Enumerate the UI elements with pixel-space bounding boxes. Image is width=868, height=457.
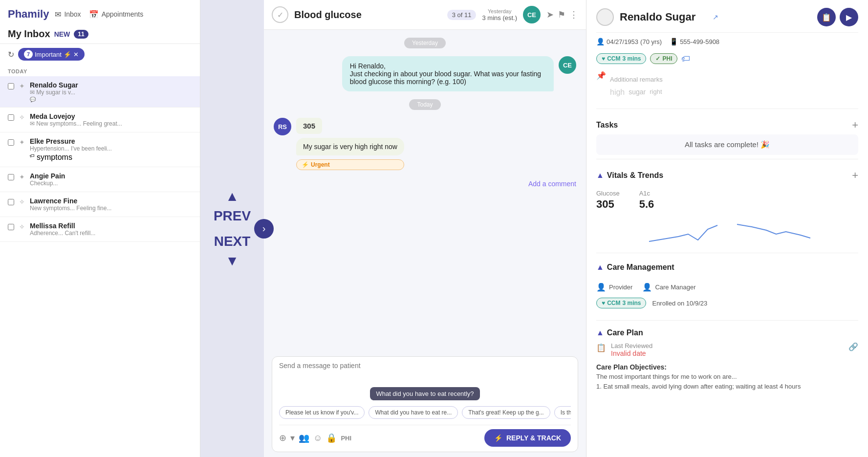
item-checkbox-angie[interactable] xyxy=(8,174,14,180)
next-nav[interactable]: NEXT ▼ xyxy=(214,234,251,269)
provider-item: 👤 Provider xyxy=(596,283,632,292)
care-plan-collapse[interactable]: ▲ Care Plan xyxy=(596,328,643,337)
care-plan-item: 📋 Last Reviewed Invalid date 🔗 xyxy=(596,339,858,360)
outgoing-msg-block: Hi Renaldo,Just checking in about your b… xyxy=(274,56,576,91)
new-badge: 11 xyxy=(74,30,88,39)
add-vital-button[interactable]: + xyxy=(852,169,858,182)
care-plan-title: Care Plan xyxy=(607,328,643,337)
date-badge-today: Today xyxy=(409,99,440,110)
symptoms-tag-elke: 🏷 xyxy=(30,153,35,162)
star-icon-meda[interactable]: ✧ xyxy=(19,113,25,121)
item-preview-angie: Checkup... xyxy=(30,180,192,187)
star-icon-lawrence[interactable]: ✧ xyxy=(19,198,25,206)
inbox-item-meda[interactable]: ✧ Meda Lovejoy ✉ New symptoms... Feeling… xyxy=(0,108,200,132)
reply-track-button[interactable]: ⚡ REPLY & TRACK xyxy=(484,429,571,447)
vitals-collapse[interactable]: ▲ Vitals & Trends xyxy=(596,171,663,180)
item-checkbox-renaldo[interactable] xyxy=(8,83,14,89)
item-name-mellissa: Mellissa Refill xyxy=(30,222,192,230)
more-menu-icon[interactable]: ⋮ xyxy=(569,9,578,20)
sidebar-header: Phamily ✉ Inbox 📅 Appointments xyxy=(0,0,200,24)
tags-icon[interactable]: 🏷 xyxy=(681,54,690,64)
notes-button[interactable]: 📋 xyxy=(817,8,836,26)
provider-label: Provider xyxy=(609,283,632,291)
item-icons-renaldo: 💬 xyxy=(30,97,192,102)
inbox-item-renaldo[interactable]: ✦ Renaldo Sugar ✉ My sugar is v... 💬 xyxy=(0,76,200,108)
item-checkbox-elke[interactable] xyxy=(8,139,14,146)
item-name-elke: Elke Pressure xyxy=(30,137,192,145)
flag-icon[interactable]: ⚑ xyxy=(558,9,565,20)
collapse-icon-plan: ▲ xyxy=(596,328,604,337)
collapse-icon-vitals: ▲ xyxy=(596,171,604,180)
care-mgmt-title: Care Management xyxy=(607,263,674,272)
enrollment-row: ♥ CCM 3 mins Enrolled on 10/9/23 xyxy=(596,295,858,311)
important-filter[interactable]: 7 Important ⚡ ✕ xyxy=(18,48,85,61)
expand-nav-button[interactable]: › xyxy=(254,219,274,239)
prev-label: PREV xyxy=(214,208,251,224)
compose-actions: ⊕ ▾ 👥 ☺ 🔒 PHI ⚡ REPLY & TRACK xyxy=(279,425,571,447)
chevron-down-icon: ▼ xyxy=(225,253,239,269)
care-mgmt-collapse[interactable]: ▲ Care Management xyxy=(596,263,674,272)
chat-body: Yesterday Hi Renaldo,Just checking in ab… xyxy=(264,30,586,351)
item-checkbox-mellissa[interactable] xyxy=(8,224,14,230)
quick-reply-3[interactable]: Is this whe... xyxy=(554,406,571,419)
filter-count: 7 xyxy=(24,50,33,59)
care-mgmt-section: 👤 Provider 👤 Care Manager ♥ CCM 3 mins E… xyxy=(596,275,858,316)
prev-nav[interactable]: ▲ PREV xyxy=(214,189,251,224)
chat-time-value: 3 mins (est.) xyxy=(482,14,517,22)
glucose-value: 305 xyxy=(596,198,620,211)
dropdown-icon[interactable]: ▾ xyxy=(290,433,295,443)
inbox-item-mellissa[interactable]: ✧ Mellissa Refill Adherence... Can't ref… xyxy=(0,217,200,242)
item-preview-lawrence: New symptoms... Feeling fine... xyxy=(30,205,192,212)
people-icon[interactable]: 👥 xyxy=(299,433,309,443)
item-icons-elke: 🏷 symptoms xyxy=(30,153,192,162)
tooltip-area: What did you have to eat recently? xyxy=(279,385,571,402)
inbox-item-angie[interactable]: ✦ Angie Pain Checkup... xyxy=(0,167,200,192)
arrow-icon[interactable]: ➤ xyxy=(546,9,554,20)
nav-appointments[interactable]: 📅 Appointments xyxy=(89,10,144,19)
star-icon-angie[interactable]: ✦ xyxy=(19,173,25,181)
tasks-section-header: Tasks + xyxy=(596,113,858,134)
send-button[interactable]: ▶ xyxy=(840,8,858,26)
filter-chevron: ⚡ ✕ xyxy=(64,51,79,58)
quick-reply-1[interactable]: What did you have to eat re... xyxy=(369,406,458,419)
refresh-icon[interactable]: ↻ xyxy=(8,50,14,59)
vitals-row: Glucose 305 A1c 5.6 xyxy=(596,185,858,213)
add-task-button[interactable]: + xyxy=(852,119,858,131)
star-icon-elke[interactable]: ✦ xyxy=(19,138,25,146)
quick-reply-0[interactable]: Please let us know if you'v... xyxy=(279,406,365,419)
care-plan-content: Last Reviewed Invalid date xyxy=(611,342,844,357)
compose-input[interactable] xyxy=(279,362,571,381)
item-checkbox-lawrence[interactable] xyxy=(8,199,14,205)
inbox-item-lawrence[interactable]: ✧ Lawrence Fine New symptoms... Feeling … xyxy=(0,192,200,217)
item-checkbox-meda[interactable] xyxy=(8,114,14,121)
complete-check-button[interactable]: ✓ xyxy=(272,6,288,23)
urgent-badge: ⚡ Urgent xyxy=(296,159,404,170)
pin-icon: 📌 xyxy=(596,71,606,80)
nav-inbox[interactable]: ✉ Inbox xyxy=(55,10,81,19)
add-comment[interactable]: Add a comment xyxy=(274,178,576,190)
incoming-msgs: 305 My sugar is very high right now ⚡ Ur… xyxy=(296,118,404,170)
date-badge-yesterday: Yesterday xyxy=(404,38,446,48)
item-name-renaldo: Renaldo Sugar xyxy=(30,81,192,89)
enrolled-badge: ♥ CCM 3 mins xyxy=(596,298,646,308)
link-icon[interactable]: 🔗 xyxy=(848,342,858,351)
external-link-icon[interactable]: ↗ xyxy=(713,13,718,21)
collapse-icon-care: ▲ xyxy=(596,263,604,272)
lock-icon[interactable]: 🔒 xyxy=(326,433,337,443)
chat-title: Blood glucose xyxy=(294,9,441,21)
inbox-item-elke[interactable]: ✦ Elke Pressure Hypertension... I've bee… xyxy=(0,132,200,167)
add-icon[interactable]: ⊕ xyxy=(279,433,286,443)
vitals-section-header: ▲ Vitals & Trends + xyxy=(596,163,858,185)
star-icon-mellissa[interactable]: ✧ xyxy=(19,223,25,231)
app-logo: Phamily xyxy=(8,8,49,21)
glucose-vital: Glucose 305 xyxy=(596,190,620,211)
quick-reply-2[interactable]: That's great! Keep up the g... xyxy=(462,406,550,419)
chevron-up-icon: ▲ xyxy=(225,189,239,204)
star-icon-renaldo[interactable]: ✦ xyxy=(19,82,25,90)
patient-header: Renaldo Sugar ↗ 📋 ▶ xyxy=(596,8,858,33)
filter-bar: ↻ 7 Important ⚡ ✕ xyxy=(0,44,200,65)
phi-badge: ✓ PHI xyxy=(650,53,677,64)
provider-icon: 👤 xyxy=(596,283,606,292)
a1c-vital: A1c 5.6 xyxy=(639,190,654,211)
emoji-icon[interactable]: ☺ xyxy=(313,433,322,443)
